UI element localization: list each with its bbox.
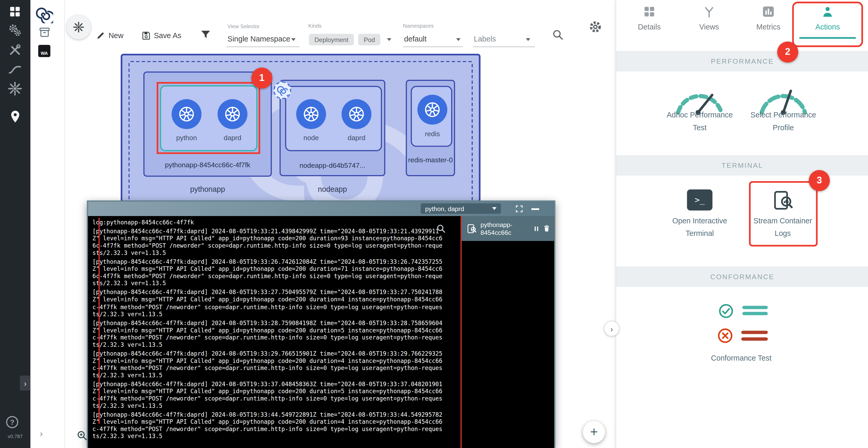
new-button[interactable]: New bbox=[108, 32, 123, 40]
log-line: c-4f7fk method="POST /neworder" scope=da… bbox=[93, 425, 460, 433]
annotation-circle-2: 2 bbox=[777, 41, 798, 63]
log-line: c-4f7fk method="POST /neworder" scope=da… bbox=[93, 364, 460, 372]
search-icon[interactable] bbox=[552, 28, 564, 41]
action-open-terminal[interactable]: Open Interactive bbox=[653, 216, 747, 225]
namespaces-label: Namespaces bbox=[403, 23, 434, 29]
dashboard-grid-icon[interactable] bbox=[8, 4, 22, 19]
tab-label: Metrics bbox=[741, 23, 796, 31]
log-line: [pythonapp-8454cc66c-4f7fk:daprd] 2024-0… bbox=[93, 289, 460, 296]
log-search-icon[interactable] bbox=[436, 223, 446, 234]
log-line: ts/2.32.3 ver=1.13.5 bbox=[93, 341, 460, 348]
settings-gear-icon[interactable] bbox=[588, 19, 603, 34]
app-root: › ? v0.787 WA › New Save As View Selecto… bbox=[0, 0, 868, 448]
fullscreen-icon[interactable] bbox=[515, 204, 524, 213]
layout-button[interactable] bbox=[66, 15, 91, 39]
container-daprd[interactable] bbox=[342, 99, 372, 129]
kind-chip-pod[interactable]: Pod bbox=[358, 34, 381, 46]
labels-dropdown[interactable]: Labels bbox=[474, 35, 496, 43]
log-line: [pythonapp-8454cc66c-4f7fk:daprd] 2024-0… bbox=[93, 411, 460, 419]
pod-box-redis[interactable]: redis bbox=[411, 86, 452, 147]
chevron-down-icon[interactable] bbox=[526, 38, 530, 41]
action-select-profile-line2[interactable]: Profile bbox=[736, 123, 831, 132]
archive-icon[interactable] bbox=[38, 26, 51, 39]
pod-box-nodeapp[interactable]: node daprd bbox=[285, 86, 382, 151]
container-logs-icon bbox=[466, 223, 477, 234]
tab-metrics[interactable]: Metrics bbox=[741, 4, 796, 31]
labels-underline bbox=[473, 47, 535, 47]
log-line: sts/2.32.3 ver=1.13.5 bbox=[93, 249, 460, 257]
chevron-down-icon[interactable] bbox=[387, 38, 391, 41]
rail-expand-button[interactable]: › bbox=[20, 376, 30, 390]
chevron-down-icon[interactable] bbox=[291, 38, 296, 41]
log-line: ts/2.32.3 ver=1.13.5 bbox=[93, 310, 460, 318]
log-line: [pythonapp-8454cc66c-4f7fk:daprd] 2024-0… bbox=[93, 258, 460, 266]
kind-chip-deployment[interactable]: Deployment bbox=[309, 34, 354, 46]
left-nav-rail: › ? v0.787 bbox=[0, 0, 31, 448]
location-pin-icon[interactable] bbox=[8, 109, 23, 124]
container-selector-dropdown[interactable]: python, daprd bbox=[421, 203, 501, 214]
stream-logs-highlight-rect bbox=[749, 181, 818, 246]
tab-views[interactable]: Views bbox=[682, 4, 737, 31]
chevron-down-icon[interactable] bbox=[456, 38, 461, 41]
deployment-box-pythonapp[interactable]: python daprd pythonapp-8454cc66c-4f7fk bbox=[144, 71, 272, 177]
view-selector-dropdown[interactable]: Single Namespace bbox=[228, 35, 290, 43]
namespace-dropdown[interactable]: default bbox=[404, 35, 427, 43]
namespace-underline bbox=[403, 47, 463, 47]
action-adhoc-performance[interactable]: Adhoc Performance bbox=[653, 111, 747, 119]
pencil-icon[interactable] bbox=[96, 31, 105, 40]
help-icon[interactable]: ? bbox=[6, 416, 18, 428]
action-adhoc-performance-line2[interactable]: Test bbox=[653, 123, 747, 132]
log-line: Z" level=info msg="HTTP API Called" app_… bbox=[93, 296, 460, 303]
action-open-terminal-line2[interactable]: Terminal bbox=[653, 229, 747, 238]
terminal-prompt-icon[interactable]: >_ bbox=[687, 189, 713, 211]
app-rail-expand-chevron[interactable]: › bbox=[40, 429, 43, 439]
view-selector-label: View Selector bbox=[228, 23, 260, 29]
terminal-pod-list: pythonapp- 8454cc66c bbox=[462, 216, 554, 448]
dapr-logo-icon[interactable] bbox=[35, 5, 53, 23]
pipeline-curve-icon[interactable] bbox=[8, 62, 22, 76]
action-select-profile[interactable]: Select Performance bbox=[736, 111, 831, 119]
terminal-window: python, daprd log:pythonapp-8454cc66c-4f… bbox=[87, 201, 555, 448]
deployment-label: pythonapp bbox=[144, 185, 272, 193]
tab-label: Views bbox=[682, 23, 737, 31]
conformance-fail-bar bbox=[741, 337, 768, 341]
terminal-titlebar[interactable]: python, daprd bbox=[88, 202, 554, 216]
log-line: Z" level=info msg="HTTP API Called" app_… bbox=[93, 266, 460, 273]
conformance-fail-bar bbox=[741, 331, 768, 334]
terminal-log[interactable]: log:pythonapp-8454cc66c-4f7fk[pythonapp-… bbox=[88, 216, 462, 448]
metrics-chart-icon bbox=[761, 4, 775, 19]
statefulset-box-redis[interactable]: redis redis-master-0 bbox=[406, 80, 455, 176]
version-label: v0.787 bbox=[0, 434, 31, 439]
log-line: ts/2.32.3 ver=1.13.5 bbox=[93, 402, 460, 410]
gears-icon[interactable] bbox=[8, 23, 22, 37]
tools-icon[interactable] bbox=[8, 42, 22, 57]
container-redis[interactable] bbox=[417, 95, 447, 125]
tab-details[interactable]: Details bbox=[622, 4, 677, 31]
terminal-body: log:pythonapp-8454cc66c-4f7fk[pythonapp-… bbox=[88, 216, 554, 448]
pause-icon[interactable] bbox=[532, 225, 540, 233]
section-terminal: TERMINAL bbox=[616, 155, 868, 176]
save-as-button[interactable]: Save As bbox=[154, 32, 181, 40]
kinds-label: Kinds bbox=[308, 23, 321, 29]
deployment-box-nodeapp[interactable]: node daprd nodeapp-d64b5747... bbox=[280, 80, 385, 176]
x-circle-icon bbox=[718, 328, 733, 344]
log-line: [pythonapp-8454cc66c-4f7fk:daprd] 2024-0… bbox=[93, 319, 460, 327]
pod-highlight-rect bbox=[157, 82, 260, 154]
save-icon[interactable] bbox=[141, 31, 151, 40]
terminal-pod-item[interactable]: pythonapp- 8454cc66c bbox=[462, 216, 554, 241]
zoom-in-icon[interactable] bbox=[76, 429, 88, 442]
wa-badge-icon[interactable]: WA bbox=[38, 45, 50, 57]
minimize-icon[interactable] bbox=[531, 208, 539, 210]
trash-icon[interactable] bbox=[542, 225, 551, 233]
container-node[interactable] bbox=[296, 99, 326, 129]
section-conformance: CONFORMANCE bbox=[616, 266, 868, 287]
add-node-fab[interactable]: + bbox=[583, 421, 605, 443]
panel-collapse-chevron[interactable]: › bbox=[604, 321, 619, 336]
container-label: redis bbox=[417, 130, 447, 138]
dapr-sidecar-node-icon[interactable] bbox=[274, 81, 291, 99]
log-line: [pythonapp-8454cc66c-4f7fk:daprd] 2024-0… bbox=[93, 228, 460, 235]
action-conformance-test[interactable]: Conformance Test bbox=[694, 354, 788, 362]
pod-name: pythonapp-8454cc66c-4f7fk bbox=[145, 161, 271, 169]
filter-funnel-icon[interactable] bbox=[200, 29, 212, 40]
cluster-flower-icon[interactable] bbox=[7, 81, 23, 96]
